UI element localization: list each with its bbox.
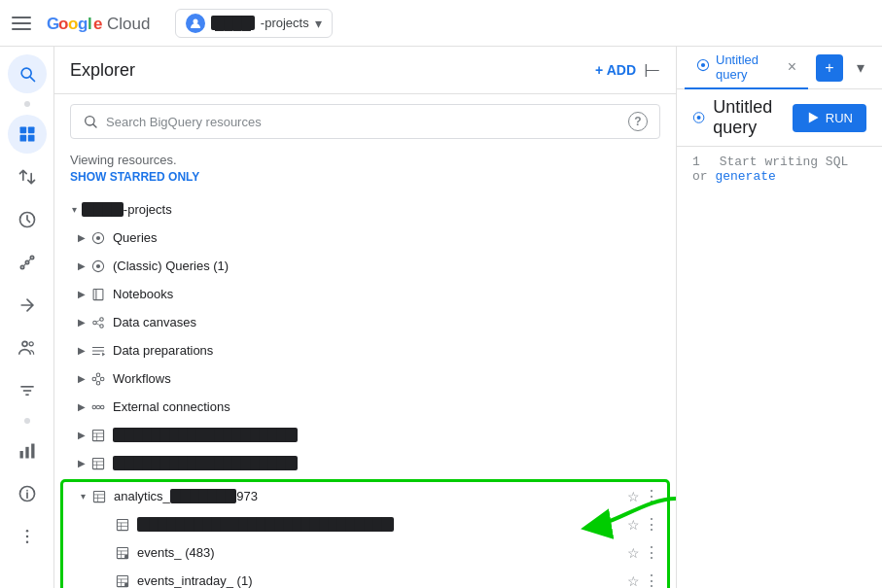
star-icon[interactable]: ☆: [627, 489, 640, 504]
notebook-icon: [89, 286, 107, 303]
data-canvases-item[interactable]: ▶ Data canvases ⋮: [54, 308, 676, 336]
nav-dashboard-icon[interactable]: [8, 115, 47, 154]
search-input[interactable]: [106, 115, 620, 129]
queries-item[interactable]: ▶ Queries ⋮: [54, 224, 676, 252]
svg-text:e: e: [93, 15, 102, 33]
nav-analytics-icon[interactable]: [8, 243, 47, 282]
canvas-icon: [89, 314, 107, 331]
more-icon[interactable]: ⋮: [653, 285, 668, 303]
more-icon[interactable]: ⋮: [653, 313, 668, 331]
project-chevron: ▾: [315, 16, 322, 31]
project-selector[interactable]: ████ -projects ▾: [175, 9, 333, 38]
more-icon[interactable]: ⋮: [653, 454, 668, 472]
tree: ▾ ████-projects ☆ ⋮ ▶ Queries ⋮: [54, 191, 676, 588]
star-icon[interactable]: ☆: [627, 545, 640, 561]
more-icon[interactable]: ⋮: [644, 487, 659, 505]
more-icon[interactable]: ⋮: [644, 515, 659, 534]
dot-separator: [24, 101, 30, 107]
nav-search-icon[interactable]: [8, 54, 47, 93]
nav-transfer-icon[interactable]: [8, 157, 47, 196]
query-editor[interactable]: 1 Start writing SQL or generate: [677, 147, 882, 191]
star-icon[interactable]: ☆: [627, 517, 640, 533]
workflows-label: Workflows: [113, 371, 653, 386]
dataset-1-item[interactable]: ▶ ████████████████████ ☆ ⋮: [54, 421, 676, 449]
nav-pipeline-icon[interactable]: [8, 286, 47, 325]
dataset-2-item[interactable]: ▶ ████████████████████ ☆ ⋮: [54, 449, 676, 477]
svg-point-43: [100, 317, 104, 321]
svg-point-86: [701, 63, 705, 67]
nav-more-icon[interactable]: [8, 517, 47, 556]
untitled-query-tab[interactable]: Untitled query ×: [685, 47, 808, 89]
svg-line-52: [96, 376, 97, 378]
more-icon[interactable]: ⋮: [653, 200, 668, 219]
more-icon[interactable]: ⋮: [644, 571, 659, 588]
more-icon[interactable]: ⋮: [653, 369, 668, 388]
project-root-item[interactable]: ▾ ████-projects ☆ ⋮: [54, 195, 676, 224]
workflows-item[interactable]: ▶ Workflows ⋮: [54, 364, 676, 393]
nav-people-icon[interactable]: [8, 329, 47, 367]
star-icon[interactable]: ☆: [636, 202, 649, 218]
analytics-dataset-item[interactable]: ▾ analytics_███████973 ☆ ⋮: [63, 482, 667, 510]
connection-icon: [89, 398, 107, 416]
show-starred[interactable]: SHOW STARRED ONLY: [54, 167, 676, 191]
events-actions: ☆ ⋮: [627, 543, 659, 562]
more-icon[interactable]: ⋮: [653, 341, 668, 360]
more-icon[interactable]: ⋮: [653, 398, 668, 416]
events-intraday-table-item[interactable]: ▶ events_intraday_ (1) ☆ ⋮: [63, 567, 667, 588]
icon-sidebar: [0, 47, 54, 588]
external-connections-item[interactable]: ▶ External connections ⋮: [54, 393, 676, 421]
more-icon[interactable]: ⋮: [653, 426, 668, 444]
nav-chart-icon[interactable]: [8, 432, 47, 470]
svg-point-20: [22, 341, 27, 346]
classic-queries-item[interactable]: ▶ (Classic) Queries (1) ⋮: [54, 252, 676, 280]
events-table-item[interactable]: ▶ events_ (483) ☆ ⋮: [63, 538, 667, 567]
svg-text:Cloud: Cloud: [107, 15, 150, 33]
svg-rect-10: [19, 127, 26, 134]
add-button[interactable]: + ADD: [595, 62, 636, 78]
star-icon[interactable]: ☆: [636, 456, 649, 471]
notebooks-item[interactable]: ▶ Notebooks ⋮: [54, 280, 676, 308]
svg-rect-12: [19, 135, 26, 142]
more-icon[interactable]: ⋮: [644, 543, 659, 562]
svg-point-50: [96, 381, 100, 385]
tab-close-icon[interactable]: ×: [788, 58, 796, 76]
dot-separator-2: [24, 418, 30, 424]
nav-info-icon[interactable]: [8, 474, 47, 513]
data-preparations-item[interactable]: ▶ Data preparations ⋮: [54, 336, 676, 364]
more-icon[interactable]: ⋮: [653, 228, 668, 247]
nav-filter-icon[interactable]: [8, 371, 47, 410]
help-icon[interactable]: ?: [628, 112, 648, 131]
svg-line-54: [100, 376, 101, 377]
expand-arrow: ▶: [74, 428, 89, 443]
nav-history-icon[interactable]: [8, 200, 47, 239]
analytics-dataset-icon: [90, 488, 108, 505]
svg-line-18: [23, 264, 25, 266]
more-icon[interactable]: ⋮: [653, 257, 668, 275]
project-label: ████-projects: [82, 202, 636, 217]
svg-point-8: [21, 68, 31, 78]
external-connections-label: External connections: [113, 399, 653, 414]
svg-line-53: [96, 379, 97, 381]
svg-rect-27: [31, 444, 34, 459]
google-cloud-logo: G o o g l e Cloud: [47, 12, 163, 35]
table-icon: [114, 516, 131, 534]
notebooks-label: Notebooks: [113, 287, 653, 301]
query-icon: [89, 229, 107, 247]
classic-query-icon: [89, 258, 107, 275]
add-tab-button[interactable]: +: [816, 54, 843, 82]
masked-table-label: ████████████████████████████: [137, 517, 627, 532]
run-button[interactable]: RUN: [793, 104, 866, 132]
svg-text:l: l: [88, 15, 92, 33]
generate-sql-link[interactable]: generate: [715, 169, 775, 184]
pin-icon[interactable]: ⊢: [644, 58, 660, 82]
classic-queries-label: (Classic) Queries (1): [113, 259, 653, 273]
masked-table-item[interactable]: ▶ ████████████████████████████ ☆ ⋮: [63, 510, 667, 538]
google-cloud-svg: G o o g l e Cloud: [47, 12, 163, 35]
analytics-actions: ☆ ⋮: [627, 487, 659, 505]
menu-button[interactable]: [12, 12, 35, 35]
svg-rect-13: [27, 135, 34, 142]
more-tabs-button[interactable]: ▾: [847, 54, 874, 82]
viewing-resources-text: Viewing resources.: [54, 149, 676, 167]
star-icon[interactable]: ☆: [627, 573, 640, 589]
star-icon[interactable]: ☆: [636, 428, 649, 443]
